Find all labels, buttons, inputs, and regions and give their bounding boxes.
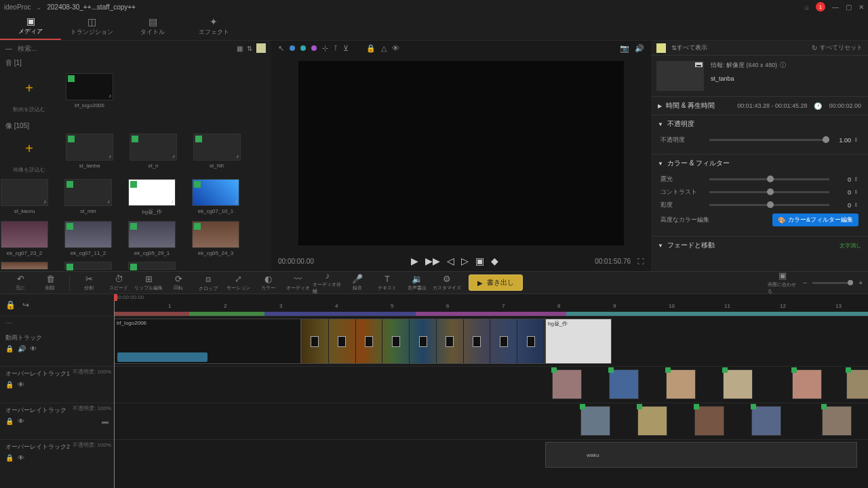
home-icon[interactable]: ⌂ (805, 3, 809, 11)
contrast-slider[interactable] (709, 191, 829, 193)
category-image[interactable]: 像 [105] (0, 119, 266, 134)
collapse-icon[interactable]: — (5, 45, 12, 52)
notification-badge[interactable]: 1 (816, 2, 825, 12)
speaker-icon[interactable]: 🔊 (18, 345, 26, 352)
media-item[interactable]: ♪ek_cg07_10_1 (189, 179, 243, 216)
tab-media[interactable]: ▣メディア (0, 14, 61, 40)
refresh-icon[interactable]: ↻ (812, 44, 817, 52)
timeline-ruler[interactable]: 00:00:00.00 1 2 3 4 5 6 7 8 9 10 11 12 1… (114, 294, 868, 316)
fast-forward-icon[interactable]: ▶▶ (425, 256, 440, 266)
media-item[interactable]: ♪bf_logo2006 (62, 73, 117, 113)
saturation-value[interactable]: 0 (835, 202, 851, 209)
overlay-clip[interactable] (609, 369, 639, 399)
media-item[interactable]: ek_cg05_29_1 (125, 221, 179, 256)
section-time[interactable]: ▶時間 & 再生時間 00:01:43.28 - 00:01:45.28 🕐 0… (651, 97, 868, 115)
contrast-value[interactable]: 0 (835, 189, 851, 196)
cursor-icon[interactable]: ↖ (278, 44, 284, 53)
tab-effects[interactable]: ✦エフェクト (183, 14, 244, 40)
show-all-label[interactable]: すべて表示 (677, 43, 812, 52)
overlay-clip[interactable] (637, 406, 667, 436)
tool-icon[interactable]: △ (381, 44, 387, 53)
media-item[interactable]: ek_cg07_11_2 (61, 221, 115, 256)
marker-cyan-icon[interactable] (300, 45, 306, 51)
media-item[interactable] (0, 262, 52, 270)
lock-icon[interactable]: 🔒 (5, 381, 14, 388)
overlay-clip[interactable] (580, 406, 610, 436)
timeline-clip[interactable]: waku (545, 442, 857, 468)
color-filter-button[interactable]: 🎨カラー&フィルター編集 (772, 214, 859, 226)
overlay-track-1[interactable] (114, 366, 868, 403)
play-button[interactable]: ▶ (411, 256, 418, 266)
exposure-slider[interactable] (709, 178, 829, 180)
playhead[interactable] (114, 294, 115, 488)
stepper-icon[interactable]: ⇕ (854, 176, 859, 182)
crop-button[interactable]: ⧈クロップ (193, 274, 223, 292)
lock-icon[interactable]: 🔒 (5, 300, 16, 310)
audio-out-button[interactable]: 🔉音声書出 (402, 274, 432, 291)
marker-icon[interactable]: ◆ (491, 256, 498, 266)
media-item[interactable]: ♪st_n (126, 134, 180, 174)
media-item[interactable]: ek_cg05_24_3 (189, 221, 243, 256)
media-item[interactable] (125, 262, 179, 270)
eye-icon[interactable]: 👁 (18, 454, 24, 462)
audio-sep-button[interactable]: ♪オーディオ分離 (313, 270, 342, 295)
lock-icon[interactable]: 🔒 (5, 418, 14, 425)
overlay-track-3[interactable]: waku (114, 439, 868, 476)
stepper-icon[interactable]: ⇕ (854, 189, 859, 195)
overlay-clip[interactable] (792, 369, 822, 399)
zoom-in-icon[interactable]: + (859, 279, 863, 287)
lock-icon[interactable]: 🔒 (366, 44, 376, 53)
delete-button[interactable]: 🗑削除 (35, 274, 65, 291)
eye-icon[interactable]: 👁 (18, 381, 24, 388)
marker-blue-icon[interactable] (290, 45, 295, 51)
overlay-clip[interactable] (751, 406, 781, 436)
opacity-value[interactable]: 1.00 (835, 137, 851, 144)
redo-icon[interactable]: ↪ (22, 300, 29, 310)
category-audio[interactable]: 音 [1] (0, 56, 271, 70)
media-item[interactable]: ♪bg昼_作 (125, 179, 179, 216)
eye-icon[interactable]: 👁 (30, 345, 37, 352)
search-input[interactable] (18, 45, 233, 52)
timeline-clip[interactable]: bf_logo2006 (114, 319, 301, 364)
section-fade[interactable]: ▼フェードと移動文字消し (651, 237, 868, 254)
overlay-clip[interactable] (666, 369, 696, 399)
exposure-value[interactable]: 0 (835, 176, 851, 183)
motion-button[interactable]: ⤢モーション (223, 274, 253, 291)
overlay-clip[interactable] (822, 406, 852, 436)
fullscreen-icon[interactable]: ⛶ (637, 258, 644, 265)
rotate-button[interactable]: ⟳回転 (163, 274, 193, 291)
sort-icon[interactable]: ⇅ (247, 45, 252, 52)
overlay-clip[interactable] (846, 369, 868, 399)
tab-transitions[interactable]: ◫トランジション (61, 14, 122, 40)
next-frame-icon[interactable]: ▷ (461, 256, 469, 266)
undo-button[interactable]: ↶元に (5, 274, 35, 291)
media-item[interactable]: ♪st_NK (190, 134, 244, 174)
tool-icon[interactable]: ⊺ (334, 44, 338, 53)
media-item[interactable]: ek_cg07_23_2 (0, 221, 52, 256)
color-button[interactable]: ◐カラー (253, 274, 283, 291)
stepper-icon[interactable]: ⇕ (854, 202, 859, 208)
eye-icon[interactable]: 👁 (18, 418, 24, 425)
zoom-slider[interactable] (812, 282, 853, 284)
speaker-icon[interactable]: 🔊 (635, 44, 644, 53)
close-icon[interactable]: ✕ (859, 3, 864, 11)
overlay-track-2[interactable] (114, 403, 868, 439)
timeline-clip[interactable] (301, 319, 545, 364)
ripple-button[interactable]: ⊞リップル編集 (134, 274, 163, 291)
saturation-slider[interactable] (709, 204, 829, 206)
video-track[interactable]: bf_logo2006 bg昼_作 (114, 316, 868, 366)
eye-icon[interactable]: 👁 (392, 44, 399, 52)
reset-all-button[interactable]: すべてリセット (820, 43, 863, 52)
info-icon[interactable]: ⓘ (780, 62, 786, 68)
speed-button[interactable]: ⏱スピード (104, 274, 134, 291)
camera-icon[interactable]: 📷 (620, 44, 629, 53)
text-button[interactable]: Tテキスト (372, 274, 402, 291)
media-item[interactable]: ♪st_min (61, 179, 115, 216)
filter-icon[interactable]: ⇅ (671, 44, 677, 52)
overlay-clip[interactable] (552, 369, 582, 399)
export-button[interactable]: ▶書き出し (469, 274, 523, 291)
prev-frame-icon[interactable]: ◁ (447, 256, 454, 266)
tab-titles[interactable]: ▤タイトル (122, 14, 183, 40)
tool-icon[interactable]: ⊹ (322, 44, 328, 53)
zoom-out-icon[interactable]: − (803, 279, 807, 287)
